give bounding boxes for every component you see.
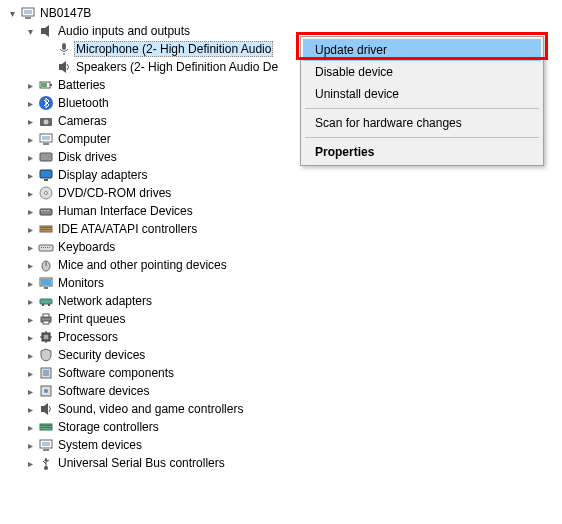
expand-toggle[interactable]: ▸ [24, 260, 36, 271]
security-icon [38, 347, 54, 363]
svg-rect-31 [43, 247, 44, 248]
svg-rect-25 [47, 210, 49, 211]
expand-toggle[interactable]: ▸ [24, 206, 36, 217]
expand-toggle[interactable]: ▸ [24, 170, 36, 181]
microphone-icon [56, 41, 72, 57]
expand-toggle[interactable]: ▸ [24, 152, 36, 163]
svg-rect-15 [43, 143, 49, 145]
tree-item-label: Display adapters [56, 168, 147, 182]
tree-item-sound[interactable]: ▸ Sound, video and game controllers [6, 400, 562, 418]
bluetooth-icon [38, 95, 54, 111]
expand-toggle[interactable]: ▸ [24, 188, 36, 199]
tree-item-swdev[interactable]: ▸ Software devices [6, 382, 562, 400]
expand-toggle[interactable]: ▸ [24, 242, 36, 253]
tree-item-print[interactable]: ▸ Print queues [6, 310, 562, 328]
tree-item-label: Security devices [56, 348, 145, 362]
tree-item-label: Speakers (2- High Definition Audio De [74, 60, 278, 74]
expand-toggle[interactable]: ▸ [24, 368, 36, 379]
menu-disable-device[interactable]: Disable device [303, 61, 541, 83]
svg-rect-24 [44, 210, 46, 211]
tree-item-keyboards[interactable]: ▸ Keyboards [6, 238, 562, 256]
tree-item-ide[interactable]: ▸ IDE ATA/ATAPI controllers [6, 220, 562, 238]
processor-icon [38, 329, 54, 345]
tree-item-hid[interactable]: ▸ Human Interface Devices [6, 202, 562, 220]
menu-separator [305, 137, 539, 138]
expand-toggle[interactable]: ▸ [24, 350, 36, 361]
tree-item-dvd[interactable]: ▸ DVD/CD-ROM drives [6, 184, 562, 202]
expand-toggle[interactable]: ▸ [24, 404, 36, 415]
expand-toggle[interactable]: ▸ [24, 134, 36, 145]
tree-item-display[interactable]: ▸ Display adapters [6, 166, 562, 184]
tree-root[interactable]: ▾ NB0147B [6, 4, 562, 22]
tree-item-label: NB0147B [38, 6, 91, 20]
tree-item-mice[interactable]: ▸ Mice and other pointing devices [6, 256, 562, 274]
tree-item-label: System devices [56, 438, 142, 452]
tree-item-label: Monitors [56, 276, 104, 290]
tree-item-storage[interactable]: ▸ Storage controllers [6, 418, 562, 436]
expand-toggle[interactable]: ▸ [24, 332, 36, 343]
svg-rect-30 [41, 247, 42, 248]
tree-item-label: Software devices [56, 384, 149, 398]
menu-scan-hardware[interactable]: Scan for hardware changes [303, 112, 541, 134]
expand-toggle[interactable]: ▸ [24, 80, 36, 91]
expand-toggle[interactable]: ▾ [24, 26, 36, 37]
menu-update-driver[interactable]: Update driver [303, 39, 541, 61]
tree-item-label: Storage controllers [56, 420, 159, 434]
svg-rect-44 [43, 314, 49, 317]
tree-item-label: Universal Serial Bus controllers [56, 456, 225, 470]
tree-item-security[interactable]: ▸ Security devices [6, 346, 562, 364]
menu-uninstall-device[interactable]: Uninstall device [303, 83, 541, 105]
svg-rect-58 [41, 425, 51, 426]
svg-rect-33 [47, 247, 48, 248]
expand-toggle[interactable]: ▾ [6, 8, 18, 19]
context-menu: Update driver Disable device Uninstall d… [300, 36, 544, 166]
tree-item-label: Bluetooth [56, 96, 109, 110]
svg-rect-32 [45, 247, 46, 248]
svg-rect-39 [44, 287, 48, 289]
battery-icon [38, 77, 54, 93]
svg-rect-19 [44, 179, 48, 181]
svg-rect-56 [41, 406, 44, 412]
usb-icon [38, 455, 54, 471]
svg-rect-23 [41, 210, 43, 211]
display-icon [38, 167, 54, 183]
expand-toggle[interactable]: ▸ [24, 116, 36, 127]
svg-rect-62 [43, 449, 49, 451]
svg-rect-40 [40, 299, 52, 304]
svg-point-55 [44, 389, 48, 393]
tree-item-processors[interactable]: ▸ Processors [6, 328, 562, 346]
tree-item-label: Microphone (2- High Definition Audio [74, 41, 273, 57]
expand-toggle[interactable]: ▸ [24, 224, 36, 235]
speaker-icon [56, 59, 72, 75]
tree-item-usb[interactable]: ▸ Universal Serial Bus controllers [6, 454, 562, 472]
expand-toggle[interactable]: ▸ [24, 386, 36, 397]
menu-properties[interactable]: Properties [303, 141, 541, 163]
expand-toggle[interactable]: ▸ [24, 278, 36, 289]
tree-item-label: Batteries [56, 78, 105, 92]
expand-toggle[interactable]: ▸ [24, 314, 36, 325]
tree-item-system[interactable]: ▸ System devices [6, 436, 562, 454]
tree-item-label: Audio inputs and outputs [56, 24, 190, 38]
svg-rect-6 [59, 64, 62, 70]
mouse-icon [38, 257, 54, 273]
tree-item-monitors[interactable]: ▸ Monitors [6, 274, 562, 292]
sound-icon [38, 401, 54, 417]
tree-item-label: Cameras [56, 114, 107, 128]
expand-toggle[interactable]: ▸ [24, 422, 36, 433]
tree-item-network[interactable]: ▸ Network adapters [6, 292, 562, 310]
camera-icon [38, 113, 54, 129]
software-component-icon [38, 365, 54, 381]
software-device-icon [38, 383, 54, 399]
expand-toggle[interactable]: ▸ [24, 440, 36, 451]
disk-icon [38, 149, 54, 165]
svg-rect-41 [42, 304, 44, 306]
tree-item-swcomp[interactable]: ▸ Software components [6, 364, 562, 382]
computer-icon [38, 131, 54, 147]
svg-rect-28 [41, 229, 51, 230]
expand-toggle[interactable]: ▸ [24, 98, 36, 109]
expand-toggle[interactable]: ▸ [24, 296, 36, 307]
expand-toggle[interactable]: ▸ [24, 458, 36, 469]
svg-rect-8 [50, 84, 52, 86]
svg-rect-14 [42, 136, 50, 140]
menu-separator [305, 108, 539, 109]
